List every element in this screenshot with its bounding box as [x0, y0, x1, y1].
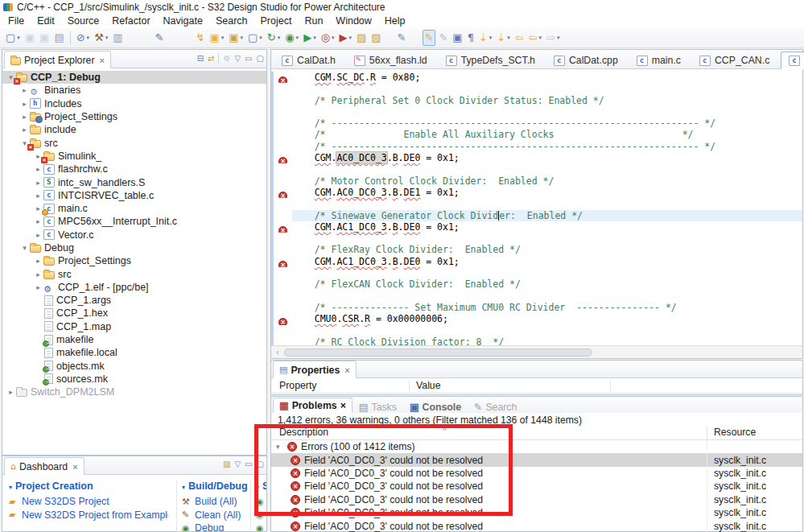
collapse-all-button[interactable]: ⊟ — [197, 54, 204, 63]
code-line[interactable] — [271, 233, 802, 244]
dashboard-link[interactable]: ◉ — [256, 495, 266, 509]
tree-expander-icon[interactable]: ▸ — [33, 257, 43, 265]
tree-expander-icon[interactable]: ▸ — [33, 179, 43, 187]
code-line[interactable] — [271, 83, 802, 94]
code-text[interactable] — [292, 163, 802, 175]
tree-item-Project_Settings[interactable]: ▸Project_Settings — [2, 110, 266, 123]
toolbar-new-c-file-button[interactable]: ▢▾ — [246, 30, 264, 46]
code-line[interactable]: × CGM.AC1_DC0_3.B.DE0 = 0x1; — [271, 221, 802, 233]
tab-properties[interactable]: ▤ Properties × — [273, 361, 357, 378]
tree-item-Simulink_[interactable]: ▸Simulink_ — [2, 150, 266, 163]
tree-item-Includes[interactable]: ▸Includes — [2, 97, 266, 110]
toolbar-build-button[interactable]: ⚒▾ — [93, 30, 109, 46]
toolbar-profile-button[interactable]: ◎▾ — [320, 30, 336, 46]
toolbar-debug-button[interactable]: ◉▾ — [283, 30, 300, 46]
tab-search[interactable]: ✎ Search — [468, 402, 523, 413]
dropdown-arrow-icon[interactable]: ▾ — [87, 35, 90, 41]
tab-problems[interactable]: ▦ Problems × — [273, 398, 353, 413]
tree-item-Debug[interactable]: ▾Debug — [2, 241, 266, 254]
editor-tab-TypeDefs_SCT.h[interactable]: TypeDefs_SCT.h — [439, 52, 542, 69]
code-line[interactable]: /* -------------------------------------… — [271, 141, 802, 152]
code-text[interactable]: /* RC Clock Division factor: 8 */ — [292, 336, 802, 345]
editor-tab-sysclk_init.c[interactable]: sysclk_init.c× — [781, 52, 804, 69]
dropdown-arrow-icon[interactable]: ▾ — [507, 35, 510, 41]
close-view-icon[interactable]: × — [72, 462, 77, 472]
code-line[interactable]: /* Enable All Auxiliary Clocks */ — [271, 129, 802, 140]
menu-button[interactable]: ▽ — [234, 54, 241, 63]
code-text[interactable] — [292, 325, 802, 336]
code-text[interactable]: /* FlexCAN Clock Divider: Enabled */ — [292, 278, 802, 290]
tab-dashboard[interactable]: ⌂ Dashboard × — [4, 457, 85, 475]
code-line[interactable]: /* RC Clock Division factor: 8 */ — [271, 336, 802, 345]
tree-expander-icon[interactable]: ▾ — [19, 244, 30, 252]
toolbar-run-button[interactable]: ▶▾ — [302, 30, 318, 46]
tree-item-Project_Settings[interactable]: ▸Project_Settings — [2, 254, 266, 267]
scroll-left-icon[interactable]: ‹ — [271, 348, 284, 357]
code-text[interactable]: CGM.AC1_DC0_3.B.DE0 = 0x1; — [292, 256, 802, 267]
scrollbar-thumb[interactable] — [284, 348, 592, 357]
code-line[interactable]: /* FlexCAN Clock Divider: Enabled */ — [271, 278, 802, 290]
toolbar-search-pen-button[interactable]: ✎ — [396, 30, 408, 46]
max-button[interactable]: ▢ — [257, 54, 264, 63]
code-text[interactable]: CMU0.CSR.R = 0x00000006; — [292, 313, 802, 324]
code-line[interactable] — [271, 325, 802, 336]
tree-expander-icon[interactable]: ▸ — [33, 231, 43, 239]
dashboard-link-new-s32ds-project[interactable]: ▰New S32DS Project — [9, 495, 168, 509]
tree-item-Binaries[interactable]: ▸Binaries — [2, 84, 266, 97]
expander-expanded[interactable]: ▾ — [276, 443, 287, 451]
code-line[interactable]: /* Sinewave Generator Clock Divider: Ena… — [271, 210, 802, 221]
toolbar-back-history-button[interactable]: ⇦▾ — [527, 30, 543, 46]
section-collapse-icon[interactable]: ▾ — [182, 484, 185, 491]
editor-tab-56xx_flash.ld[interactable]: 56xx_flash.ld — [347, 52, 435, 69]
dropdown-arrow-icon[interactable]: ▾ — [557, 35, 560, 41]
dashboard-link[interactable]: ◉ — [256, 509, 266, 522]
tree-expander-icon[interactable]: ▸ — [19, 126, 30, 134]
code-line[interactable] — [271, 163, 802, 175]
tree-item-Switch_DPM2LSM[interactable]: ▸Switch_DPM2LSM — [2, 386, 266, 398]
tree-item-CCP_1.elf-ppc-be-[interactable]: ▸CCP_1.elf - [ppc/be] — [2, 281, 266, 294]
code-line[interactable]: × CGM.AC0_DC0_3.B.DE1 = 0x1; — [271, 187, 802, 198]
menu-file[interactable]: File — [2, 14, 31, 27]
code-text[interactable]: /* -------------------------------------… — [292, 141, 802, 152]
link-editor-button[interactable]: ⇄ — [208, 54, 214, 63]
toolbar-show-whitespace-button[interactable]: ¶ — [466, 30, 476, 46]
editor-tab-CCP_CAN.c[interactable]: CCP_CAN.c — [692, 52, 777, 69]
dashboard-link-debug[interactable]: ◉Debug — [182, 522, 247, 531]
property-column-header[interactable]: Property — [271, 380, 410, 391]
menu-source[interactable]: Source — [61, 14, 106, 27]
code-text[interactable] — [292, 198, 802, 209]
toolbar-save-button[interactable]: ▣ — [23, 30, 36, 46]
code-line[interactable]: × CMU0.CSR.R = 0x00000006; — [271, 313, 802, 324]
code-line[interactable]: /* Motor Control Clock Divider: Enabled … — [271, 175, 802, 187]
editor-tab-CalDat.cpp[interactable]: CalDat.cpp — [546, 52, 625, 69]
close-view-icon[interactable]: × — [99, 56, 104, 65]
code-text[interactable] — [292, 267, 802, 278]
code-line[interactable] — [271, 267, 802, 278]
errors-group-row[interactable]: ▾ × Errors (100 of 1412 items) — [271, 440, 802, 453]
dropdown-arrow-icon[interactable]: ▾ — [539, 35, 542, 41]
tree-expander-icon[interactable]: ▸ — [33, 217, 43, 225]
toolbar-back-button[interactable]: ⇦ — [513, 30, 526, 46]
focus-button[interactable]: ⚙ — [223, 54, 230, 63]
dropdown-arrow-icon[interactable]: ▾ — [278, 35, 281, 41]
dashboard-link-build-all-[interactable]: ⚒Build (All) — [182, 495, 247, 509]
min-button[interactable]: ▭ — [245, 460, 252, 468]
problem-row[interactable]: ×Field 'AC0_DC0_3' could not be resolved… — [271, 493, 802, 506]
code-line[interactable]: /* FlexRay Clock Divider: Enabled */ — [271, 244, 802, 255]
dropdown-arrow-icon[interactable]: ▾ — [105, 35, 109, 41]
tree-expander-icon[interactable]: ▸ — [6, 388, 16, 396]
tab-tasks[interactable]: ▤ Tasks — [353, 402, 403, 413]
dropdown-arrow-icon[interactable]: ▾ — [241, 35, 244, 41]
code-text[interactable]: CGM.AC1_DC0_3.B.DE0 = 0x1; — [292, 221, 802, 233]
toolbar-new-project-button[interactable]: ▣▾ — [227, 30, 245, 46]
value-column-header[interactable]: Value — [410, 380, 611, 391]
open-import-button[interactable]: ▨ — [223, 460, 230, 468]
close-view-icon[interactable]: × — [340, 400, 346, 411]
description-column-header[interactable]: Description — [271, 427, 707, 439]
section-collapse-icon[interactable]: ▾ — [256, 484, 259, 491]
code-line[interactable] — [271, 198, 802, 209]
resource-column-header[interactable]: Resource — [707, 427, 802, 439]
menu-help[interactable]: Help — [378, 14, 412, 27]
toolbar-save-all-button[interactable]: ▣ — [38, 30, 51, 46]
problem-row[interactable]: ×Field 'AC0_DC0_3' could not be resolved… — [271, 519, 802, 532]
